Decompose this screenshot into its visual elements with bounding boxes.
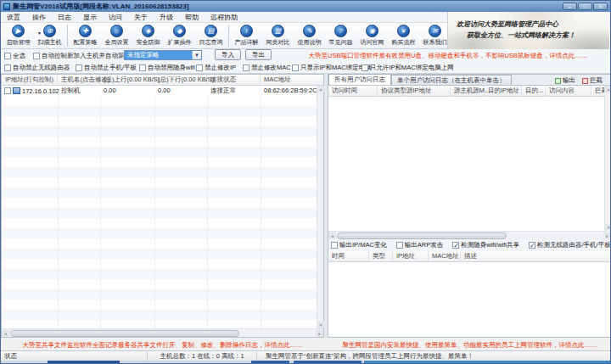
auto-option-checkbox[interactable]: 自动禁止无线路由器 [4, 64, 70, 72]
log-horizontal-scrollbar[interactable]: ◂ ▸ [328, 231, 611, 239]
alert-option-checkbox[interactable]: 检测无线路由器/手机/平板 [529, 241, 611, 249]
toolbar-button[interactable]: ✉联系我们 [419, 25, 451, 47]
scroll-down-icon[interactable]: ▾ [605, 224, 611, 231]
scrollbar-thumb[interactable] [10, 330, 239, 337]
checkbox-box[interactable] [139, 64, 146, 71]
select-all-checkbox[interactable]: 全选 [4, 52, 25, 60]
promo-banner[interactable]: 欢迎访问大势至网络管理产品中心 获取全方位、一站式网络解决方案！ [447, 12, 609, 49]
toolbar-button[interactable]: ☼全局设置 [101, 25, 132, 47]
column-header[interactable]: MAC地址 [261, 75, 325, 85]
column-header[interactable]: 类型 [369, 251, 393, 261]
column-header[interactable]: 源主机 [451, 86, 469, 96]
scroll-down-icon[interactable]: ▾ [317, 322, 324, 328]
toolbar-button[interactable]: ⊕扫描主机 [34, 25, 65, 47]
scrollbar-thumb[interactable] [337, 232, 507, 239]
scroll-left-icon[interactable]: ◂ [328, 232, 336, 239]
column-header[interactable]: IP地址(打勾控制) [2, 75, 58, 85]
scroll-up-icon[interactable]: ▴ [317, 86, 324, 92]
checkbox-box[interactable] [529, 242, 535, 249]
column-header[interactable]: 描述 [461, 251, 611, 261]
toolbar-button[interactable]: ◉访问官网 [356, 25, 388, 47]
checkbox-box[interactable] [396, 242, 403, 249]
auto-option-checkbox[interactable]: 自动禁止手机/平板 [76, 64, 137, 72]
column-header[interactable]: 源M... [469, 86, 485, 96]
toolbar-button[interactable]: i产品详解 [231, 25, 262, 47]
host-row[interactable]: 172.16.0.102 控制机 0.00 0.00 连接正常 08:62:66… [2, 86, 323, 96]
column-header[interactable]: 目的IP地址 [485, 86, 522, 96]
scroll-right-icon[interactable]: ▸ [316, 330, 323, 337]
auto-policy-checkbox[interactable]: 自动控制新加入主机并自动策略 [33, 52, 131, 60]
menu-item[interactable]: 远程协助 [205, 13, 244, 22]
checkbox-box[interactable] [331, 242, 338, 249]
toolbar-button[interactable]: ?常见问题 [325, 25, 356, 47]
minimize-button[interactable]: – [563, 3, 577, 10]
close-button[interactable]: × [593, 3, 608, 10]
tab-all-users-log[interactable]: 所有用户访问日志 [328, 74, 391, 85]
auto-option-checkbox[interactable]: 禁止修改MAC [243, 64, 291, 72]
checkbox-box[interactable] [362, 64, 368, 71]
column-header[interactable]: 时间 [328, 251, 369, 261]
toolbar-button[interactable]: ◆扩展插件 [164, 25, 195, 47]
alert-option-checkbox[interactable]: 输出ARP攻击 [396, 241, 443, 249]
host-checkbox[interactable] [4, 87, 11, 94]
menu-item[interactable]: 设置 [1, 13, 26, 22]
usb-promo-link[interactable]: 大势至USB端口管理软件最有效禁用U盘、移动硬盘和手机等，不影响USB鼠标键盘，… [289, 52, 607, 60]
checkbox-box[interactable] [4, 64, 11, 71]
import-button[interactable]: 导入 [215, 49, 241, 60]
toolbar-button[interactable]: ◈安全防御 [132, 25, 164, 47]
column-header[interactable]: IP地址 [393, 251, 429, 261]
scroll-up-icon[interactable]: ▴ [605, 86, 611, 92]
scroll-left-icon[interactable]: ◂ [2, 330, 9, 337]
checkbox-box[interactable] [196, 64, 203, 71]
column-header[interactable]: 连接状态 [207, 75, 261, 85]
hosts-horizontal-scrollbar[interactable]: ◂ ▸ [2, 328, 323, 337]
auto-option-checkbox[interactable]: 自动禁用随身wifi [139, 64, 195, 72]
auto-option-checkbox[interactable]: 只显示IP和MAC绑定电脑 [292, 64, 372, 72]
toolbar-button[interactable]: ▶启动管理 [3, 25, 34, 47]
column-header[interactable]: 目的... [522, 86, 546, 96]
menu-item[interactable]: 关于 [128, 13, 154, 22]
policy-dropdown[interactable]: 未指定策略 ▼ [124, 50, 202, 60]
menu-item[interactable]: 操作 [26, 13, 52, 22]
netmanager-promo-link[interactable]: 聚生网管是国内安装最快捷、使用最简单、功能最实用的员工上网管理软件，详情点此…… [328, 341, 611, 350]
column-header[interactable]: 主机名(点击修改) [58, 75, 100, 85]
toolbar-button[interactable]: ▤日志查询 [195, 25, 227, 47]
column-header[interactable]: (总)上行(0.00 KB/S) [100, 75, 154, 85]
alert-option-checkbox[interactable]: 检测随身wifi/wifi共享 [452, 241, 519, 249]
toolbar-button[interactable]: ▥同类对比 [262, 25, 294, 47]
checkbox-box[interactable] [4, 53, 11, 59]
column-header[interactable]: 源IP地址 [403, 86, 451, 96]
column-header[interactable]: (总)下行(0.00 KB/S) [154, 75, 207, 85]
column-header[interactable]: 访问内容 [546, 86, 591, 96]
checkbox-box[interactable] [76, 64, 82, 71]
checkbox-box[interactable] [452, 242, 459, 249]
scroll-right-icon[interactable]: ▸ [603, 232, 611, 239]
toolbar-button[interactable]: ¥购买流程 [388, 25, 419, 47]
export-button[interactable]: 导出 [245, 49, 272, 60]
toolbar-button[interactable]: ✚配置策略 [70, 25, 101, 47]
alert-option-checkbox[interactable]: 输出IP/MAC变化 [331, 241, 387, 249]
menu-item[interactable]: 显示 [77, 13, 103, 22]
column-header[interactable]: 协议类型 [378, 86, 403, 96]
maximize-button[interactable]: □ [578, 3, 592, 10]
menu-item[interactable]: 访问 [103, 13, 128, 22]
share-monitor-promo-link[interactable]: 大势至共享文件监控软件全面记录服务器共享文件打开、复制、修改、删除操作日志，详情… [1, 341, 324, 350]
hosts-vertical-scrollbar[interactable]: ▴ ▾ [317, 86, 323, 328]
column-header[interactable]: MAC地址 [429, 251, 461, 261]
auto-option-checkbox[interactable]: 禁止修改IP [196, 64, 236, 72]
menu-item[interactable]: 升级 [154, 13, 179, 22]
menu-item[interactable]: 帮助 [179, 13, 205, 22]
chevron-down-icon[interactable]: ▾ [38, 30, 41, 36]
checkbox-box[interactable] [292, 64, 299, 71]
column-header[interactable]: 访问时间 [328, 86, 378, 96]
hosts-summary: 主机总数：1 在线：0 离线：1 [148, 352, 256, 361]
auto-option-checkbox[interactable]: 只允许IP和MAC绑定电脑上网 [362, 64, 454, 72]
checkbox-box[interactable] [243, 64, 249, 71]
menu-item[interactable]: 日志 [52, 13, 77, 22]
checkbox-box[interactable] [33, 53, 40, 59]
log-vertical-scrollbar[interactable]: ▴ ▾ [604, 86, 611, 231]
tab-single-user-log[interactable]: 单个用户访问日志（在主机表中单击） [391, 75, 512, 85]
toolbar-button[interactable]: ✎使用说明 [294, 25, 325, 47]
chevron-down-icon[interactable]: ▼ [192, 51, 201, 59]
host-name[interactable]: 控制机 [58, 86, 100, 96]
